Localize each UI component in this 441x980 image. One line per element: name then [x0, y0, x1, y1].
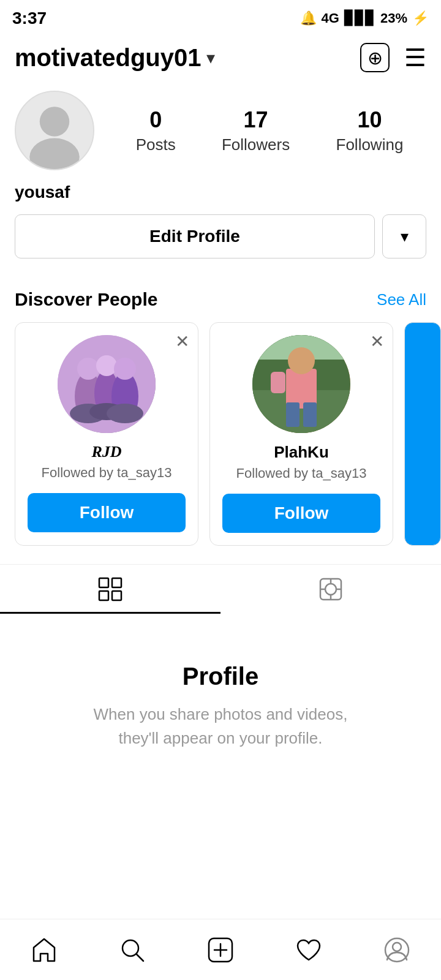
empty-state: Profile When you share photos and videos…: [0, 614, 441, 799]
svg-rect-26: [112, 591, 121, 600]
username-display[interactable]: motivatedguy01: [15, 44, 202, 72]
svg-rect-20: [286, 402, 300, 427]
svg-point-38: [385, 938, 409, 962]
see-all-link[interactable]: See All: [377, 290, 426, 309]
posts-label: Posts: [136, 135, 176, 154]
top-nav: motivatedguy01 ▾ ⊕ ☰: [0, 37, 441, 85]
new-post-button[interactable]: ⊕: [360, 43, 390, 72]
profile-row: 0 Posts 17 Followers 10 Following: [15, 91, 426, 170]
posts-count: 0: [149, 107, 162, 133]
grid-icon: [98, 577, 123, 601]
followers-stat[interactable]: 17 Followers: [222, 107, 290, 154]
person-username-2: PlahKu: [274, 443, 329, 462]
svg-rect-21: [303, 402, 317, 427]
network-icon: 4G: [322, 10, 339, 26]
svg-point-1: [40, 107, 69, 136]
edit-profile-button[interactable]: Edit Profile: [15, 214, 375, 258]
profile-nav-button[interactable]: [372, 925, 421, 974]
person-card-1: ✕: [15, 322, 198, 546]
charging-icon: ⚡: [412, 10, 429, 26]
svg-point-28: [325, 584, 336, 595]
svg-rect-22: [271, 372, 285, 393]
status-time: 3:37: [12, 9, 47, 28]
notification-icon: 🔔: [300, 10, 317, 26]
follow-button-2[interactable]: Follow: [222, 494, 380, 533]
tabs-row: [0, 564, 441, 614]
svg-line-34: [137, 954, 143, 961]
follow-button-1[interactable]: Follow: [28, 493, 186, 532]
svg-point-39: [393, 943, 401, 951]
tagged-icon: [318, 577, 343, 601]
followers-count: 17: [244, 107, 268, 133]
chevron-down-icon: ▾: [401, 227, 409, 246]
followers-label: Followers: [222, 135, 290, 154]
profile-options-dropdown[interactable]: ▾: [382, 214, 426, 258]
avatar-circle: [15, 91, 94, 170]
following-count: 10: [357, 107, 382, 133]
posts-stat[interactable]: 0 Posts: [136, 107, 176, 154]
person-card-2: ✕: [209, 322, 393, 546]
home-nav-button[interactable]: [20, 925, 69, 974]
svg-point-33: [123, 940, 138, 956]
nav-icons: ⊕ ☰: [360, 43, 426, 72]
username-dropdown-icon[interactable]: ▾: [206, 48, 215, 68]
svg-rect-14: [58, 335, 156, 433]
stats-row: 0 Posts 17 Followers 10 Following: [113, 107, 426, 154]
svg-rect-25: [99, 591, 108, 600]
status-icons: 🔔 4G ▊▊▊ 23% ⚡: [300, 10, 429, 26]
discover-people-title: Discover People: [15, 289, 157, 310]
person-followed-by-1: Followed by ta_say13: [42, 465, 172, 481]
activity-nav-button[interactable]: [284, 925, 333, 974]
profile-name: yousaf: [15, 183, 426, 202]
profile-section: 0 Posts 17 Followers 10 Following yousaf…: [0, 85, 441, 289]
people-scroll: ✕: [0, 322, 441, 546]
following-stat[interactable]: 10 Following: [336, 107, 404, 154]
person-avatar-2: [252, 335, 350, 433]
discover-people-header: Discover People See All: [0, 289, 441, 310]
username-area[interactable]: motivatedguy01 ▾: [15, 44, 215, 72]
menu-icon[interactable]: ☰: [404, 43, 426, 72]
bottom-nav: [0, 919, 441, 980]
add-post-icon: ⊕: [368, 47, 383, 69]
person-avatar-img-1: [58, 335, 156, 433]
tab-grid[interactable]: [0, 565, 221, 614]
person-avatar-img-2: [252, 335, 350, 433]
status-bar: 3:37 🔔 4G ▊▊▊ 23% ⚡: [0, 0, 441, 37]
search-nav-button[interactable]: [108, 925, 157, 974]
tab-tagged[interactable]: [221, 565, 441, 614]
battery-level: 23%: [380, 10, 407, 26]
person-card-partial: [404, 322, 441, 546]
empty-state-title: Profile: [183, 663, 258, 690]
avatar[interactable]: [15, 91, 94, 170]
svg-rect-23: [99, 578, 108, 587]
svg-point-19: [288, 347, 315, 374]
person-followed-by-2: Followed by ta_say13: [236, 466, 367, 481]
empty-state-text: When you share photos and videos,they'll…: [94, 703, 348, 750]
signal-bars: ▊▊▊: [344, 10, 375, 26]
add-nav-button[interactable]: [196, 925, 245, 974]
edit-profile-row: Edit Profile ▾: [15, 214, 426, 258]
following-label: Following: [336, 135, 404, 154]
svg-rect-24: [112, 578, 121, 587]
close-card-1-button[interactable]: ✕: [175, 331, 189, 352]
person-username-1: RJD: [91, 443, 121, 461]
person-avatar-1: [58, 335, 156, 433]
close-card-2-button[interactable]: ✕: [370, 331, 384, 352]
